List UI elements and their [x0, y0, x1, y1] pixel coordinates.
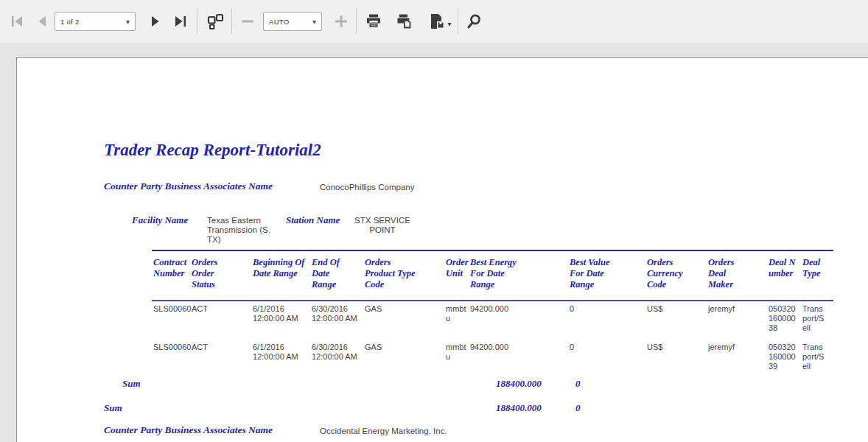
- sum-best-energy-total: 188400.000: [496, 378, 542, 390]
- caret-down-icon: ▾: [447, 20, 451, 28]
- zoom-out-button[interactable]: [238, 12, 257, 31]
- col-header-orders-product-type-code: Orders Product Type Code: [363, 250, 444, 301]
- zoom-in-button[interactable]: [332, 12, 351, 31]
- sum-label: Sum: [104, 402, 122, 414]
- zoom-level-selector[interactable]: AUTO ▾: [263, 12, 322, 31]
- counter-party-value-2: Occidental Energy Marketing, Inc.: [320, 427, 447, 436]
- col-header-orders-currency-code: Orders Currency Code: [645, 250, 707, 301]
- cell-order-status: ACT: [190, 340, 251, 378]
- cell-deal-type: Transport/Sell: [801, 301, 833, 340]
- table-row: SLS00060 ACT 6/1/2016 12:00:00 AM 6/30/2…: [152, 340, 833, 378]
- sum-best-value-total: 0: [575, 402, 581, 414]
- cell-deal-maker: jeremyf: [707, 340, 767, 378]
- cell-contract-number: SLS00060: [152, 301, 190, 340]
- cell-order-unit: mmbtu: [444, 301, 469, 340]
- cell-currency-code: US$: [645, 340, 707, 378]
- print-button[interactable]: [363, 12, 385, 31]
- cell-beginning-date: 6/1/2016 12:00:00 AM: [251, 301, 310, 340]
- toolbar-separator: [197, 9, 197, 34]
- next-page-button[interactable]: [146, 12, 165, 31]
- report-viewer-toolbar: 1 of 2 ▾ AUTO ▾: [0, 0, 868, 43]
- cell-deal-number: 05032016000039: [767, 340, 801, 378]
- col-header-order-unit: Order Unit: [444, 250, 469, 301]
- page-number-selector[interactable]: 1 of 2 ▾: [55, 12, 136, 31]
- col-header-deal-number: Deal Number: [767, 250, 801, 301]
- export-button[interactable]: ▾: [424, 12, 455, 31]
- col-header-beginning-of-date-range: Beginning Of Date Range: [251, 250, 310, 301]
- counter-party-value-1: ConocoPhillips Company: [320, 183, 414, 192]
- print-layout-button[interactable]: [393, 12, 416, 31]
- minus-icon: [240, 14, 255, 29]
- report-page: Trader Recap Report-Tutorial2 Counter Pa…: [16, 57, 868, 442]
- report-viewer-canvas: Trader Recap Report-Tutorial2 Counter Pa…: [0, 43, 868, 442]
- cell-product-type: GAS: [363, 340, 444, 378]
- previous-page-icon: [35, 14, 49, 29]
- col-header-end-of-date-range: End Of Date Range: [310, 250, 363, 301]
- first-page-icon: [10, 14, 24, 29]
- next-page-icon: [148, 14, 163, 29]
- search-icon: [466, 13, 482, 29]
- cell-product-type: GAS: [363, 301, 444, 340]
- cell-order-unit: mmbtu: [444, 340, 469, 378]
- export-save-icon: [428, 13, 446, 30]
- facility-name-value: Texas Eastern Transmission (S. TX): [207, 216, 281, 245]
- find-button[interactable]: [464, 12, 483, 31]
- page-layout-icon: [207, 13, 224, 29]
- table-row: SLS00060 ACT 6/1/2016 12:00:00 AM 6/30/2…: [152, 301, 833, 340]
- cell-deal-maker: jeremyf: [707, 301, 767, 340]
- col-header-deal-type: Deal Type: [801, 250, 833, 301]
- report-title: Trader Recap Report-Tutorial2: [104, 141, 321, 160]
- orders-table: Contract Number Orders Order Status Begi…: [152, 250, 833, 378]
- toolbar-separator: [231, 9, 232, 34]
- zoom-level-value: AUTO: [269, 18, 289, 26]
- toolbar-separator: [458, 9, 458, 34]
- facility-name-label: Facility Name: [132, 214, 188, 226]
- counter-party-label-1: Counter Party Business Associates Name: [104, 180, 273, 192]
- cell-beginning-date: 6/1/2016 12:00:00 AM: [251, 340, 310, 378]
- cell-deal-type: Transport/Sell: [801, 340, 833, 378]
- first-page-button[interactable]: [7, 12, 27, 31]
- col-header-orders-order-status: Orders Order Status: [190, 250, 251, 301]
- cell-best-value: 0: [568, 340, 645, 378]
- sum-best-value-total: 0: [575, 378, 581, 390]
- cell-order-status: ACT: [190, 301, 251, 340]
- cell-contract-number: SLS00060: [152, 340, 190, 378]
- col-header-orders-deal-maker: Orders Deal Maker: [707, 250, 767, 301]
- printer-icon: [365, 13, 382, 30]
- col-header-best-energy-for-date-range: Best Energy For Date Range: [469, 250, 568, 301]
- plus-icon: [334, 14, 349, 29]
- print-layout-toggle-button[interactable]: [204, 12, 226, 31]
- col-header-contract-number: Contract Number: [152, 250, 190, 301]
- last-page-button[interactable]: [171, 12, 190, 31]
- cell-deal-number: 05032016000038: [767, 301, 801, 340]
- cell-end-date: 6/30/2016 12:00:00 AM: [310, 301, 363, 340]
- cell-currency-code: US$: [645, 301, 707, 340]
- sum-best-energy-total: 188400.000: [496, 402, 542, 414]
- printer-page-icon: [396, 13, 413, 30]
- cell-end-date: 6/30/2016 12:00:00 AM: [310, 340, 363, 378]
- cell-best-energy: 94200.000: [469, 340, 568, 378]
- cell-best-value: 0: [568, 301, 645, 340]
- table-header-row: Contract Number Orders Order Status Begi…: [152, 250, 833, 301]
- caret-down-icon: ▾: [312, 18, 316, 26]
- previous-page-button[interactable]: [32, 12, 52, 31]
- caret-down-icon: ▾: [126, 18, 130, 26]
- counter-party-label-2: Counter Party Business Associates Name: [104, 424, 273, 436]
- sum-label: Sum: [122, 378, 141, 390]
- col-header-best-value-for-date-range: Best Value For Date Range: [568, 250, 645, 301]
- cell-best-energy: 94200.000: [469, 301, 568, 340]
- station-name-value: STX SERVICE POINT: [346, 216, 419, 235]
- last-page-icon: [173, 14, 188, 29]
- station-name-label: Station Name: [286, 214, 340, 226]
- page-number-value: 1 of 2: [60, 18, 80, 26]
- toolbar-separator: [356, 9, 357, 34]
